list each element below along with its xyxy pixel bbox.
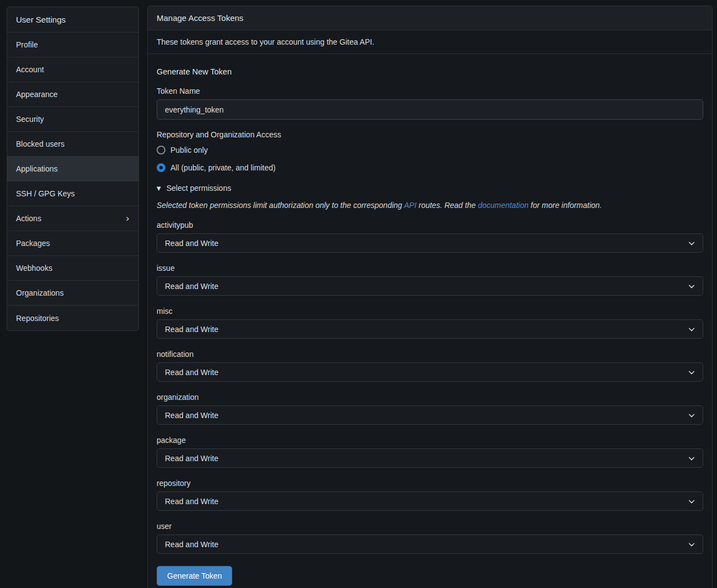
select-value: Read and Write bbox=[165, 368, 218, 377]
perm-label-misc: misc bbox=[157, 307, 703, 316]
note-text: for more information. bbox=[528, 201, 602, 210]
select-value: Read and Write bbox=[165, 540, 218, 549]
chevron-down-icon bbox=[688, 541, 695, 548]
tokens-description: These tokens grant access to your accoun… bbox=[148, 30, 712, 54]
sidebar-item-webhooks[interactable]: Webhooks bbox=[7, 256, 138, 281]
radio-all-access[interactable]: All (public, private, and limited) bbox=[157, 161, 703, 175]
sidebar-item-account[interactable]: Account bbox=[7, 57, 138, 82]
chevron-down-icon bbox=[688, 325, 695, 333]
sidebar-item-applications[interactable]: Applications bbox=[7, 157, 138, 181]
chevron-down-icon bbox=[688, 498, 695, 505]
perm-label-activitypub: activitypub bbox=[157, 221, 703, 229]
documentation-link[interactable]: documentation bbox=[478, 201, 528, 210]
sidebar-item-appearance[interactable]: Appearance bbox=[7, 82, 138, 107]
perm-label-repository: repository bbox=[157, 479, 703, 488]
token-name-label: Token Name bbox=[157, 87, 703, 95]
select-value: Read and Write bbox=[165, 411, 218, 420]
perm-select-misc[interactable]: Read and Write bbox=[157, 319, 703, 339]
chevron-down-icon bbox=[688, 368, 695, 376]
perm-label-issue: issue bbox=[157, 264, 703, 272]
perm-select-user[interactable]: Read and Write bbox=[157, 534, 703, 554]
sidebar-item-label: Profile bbox=[16, 40, 38, 49]
settings-sidebar: User Settings Profile Account Appearance… bbox=[7, 7, 139, 331]
sidebar-item-repositories[interactable]: Repositories bbox=[7, 306, 138, 330]
chevron-right-icon: › bbox=[126, 215, 130, 222]
manage-access-tokens-panel: Manage Access Tokens These tokens grant … bbox=[147, 6, 713, 588]
sidebar-item-label: Appearance bbox=[16, 90, 58, 99]
perm-label-package: package bbox=[157, 436, 703, 445]
permissions-note: Selected token permissions limit authori… bbox=[157, 201, 703, 210]
radio-unselected-icon[interactable] bbox=[157, 146, 165, 154]
sidebar-item-label: Actions bbox=[16, 214, 41, 223]
select-value: Read and Write bbox=[165, 239, 218, 248]
perm-select-package[interactable]: Read and Write bbox=[157, 448, 703, 468]
sidebar-item-label: SSH / GPG Keys bbox=[16, 189, 75, 198]
select-value: Read and Write bbox=[165, 454, 218, 463]
sidebar-item-blocked-users[interactable]: Blocked users bbox=[7, 132, 138, 157]
select-permissions-label: Select permissions bbox=[167, 184, 232, 193]
sidebar-item-packages[interactable]: Packages bbox=[7, 231, 138, 256]
chevron-down-icon bbox=[688, 282, 695, 290]
api-link[interactable]: API bbox=[404, 201, 417, 210]
sidebar-item-ssh-gpg-keys[interactable]: SSH / GPG Keys bbox=[7, 181, 138, 206]
sidebar-item-label: Packages bbox=[16, 239, 50, 248]
generate-token-form: Generate New Token Token Name Repository… bbox=[148, 54, 712, 588]
sidebar-item-label: Blocked users bbox=[16, 140, 65, 148]
radio-label: All (public, private, and limited) bbox=[170, 163, 276, 172]
note-text: routes. Read the bbox=[416, 201, 478, 210]
generate-new-token-heading: Generate New Token bbox=[157, 67, 703, 76]
chevron-down-icon bbox=[688, 455, 695, 462]
sidebar-item-label: Account bbox=[16, 65, 44, 74]
chevron-down-icon bbox=[688, 411, 695, 419]
perm-label-notification: notification bbox=[157, 350, 703, 359]
sidebar-item-label: Security bbox=[16, 115, 44, 124]
sidebar-item-actions[interactable]: Actions › bbox=[7, 206, 138, 231]
perm-select-repository[interactable]: Read and Write bbox=[157, 491, 703, 511]
select-value: Read and Write bbox=[165, 497, 218, 506]
select-value: Read and Write bbox=[165, 325, 218, 334]
sidebar-title: User Settings bbox=[7, 7, 138, 33]
token-name-input[interactable] bbox=[157, 99, 703, 120]
page-title: Manage Access Tokens bbox=[148, 6, 712, 30]
sidebar-item-label: Repositories bbox=[16, 314, 59, 323]
perm-label-user: user bbox=[157, 522, 703, 531]
select-permissions-toggle[interactable]: ▼ Select permissions bbox=[157, 184, 703, 193]
perm-label-organization: organization bbox=[157, 393, 703, 402]
sidebar-item-label: Webhooks bbox=[16, 264, 52, 272]
sidebar-item-organizations[interactable]: Organizations bbox=[7, 281, 138, 306]
chevron-down-icon bbox=[688, 239, 695, 247]
caret-down-icon: ▼ bbox=[157, 185, 161, 191]
radio-selected-icon[interactable] bbox=[157, 163, 165, 172]
generate-token-button[interactable]: Generate Token bbox=[157, 566, 232, 586]
select-value: Read and Write bbox=[165, 282, 218, 291]
sidebar-item-label: Organizations bbox=[16, 288, 63, 297]
sidebar-item-security[interactable]: Security bbox=[7, 107, 138, 132]
radio-public-only[interactable]: Public only bbox=[157, 143, 703, 157]
sidebar-item-label: Applications bbox=[16, 164, 58, 173]
perm-select-issue[interactable]: Read and Write bbox=[157, 276, 703, 296]
perm-select-activitypub[interactable]: Read and Write bbox=[157, 233, 703, 253]
radio-label: Public only bbox=[170, 146, 208, 154]
repo-org-access-label: Repository and Organization Access bbox=[157, 130, 703, 139]
perm-select-organization[interactable]: Read and Write bbox=[157, 405, 703, 425]
note-text: Selected token permissions limit authori… bbox=[157, 201, 404, 210]
perm-select-notification[interactable]: Read and Write bbox=[157, 362, 703, 382]
sidebar-item-profile[interactable]: Profile bbox=[7, 33, 138, 57]
